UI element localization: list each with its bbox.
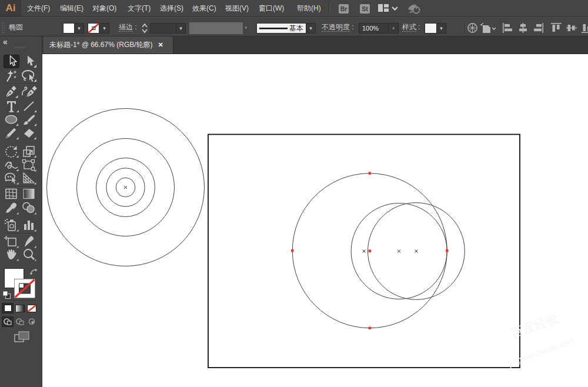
svg-text:百度经验: 百度经验 [509,311,560,340]
svg-text:jingyan.baidu.com: jingyan.baidu.com [506,334,577,368]
